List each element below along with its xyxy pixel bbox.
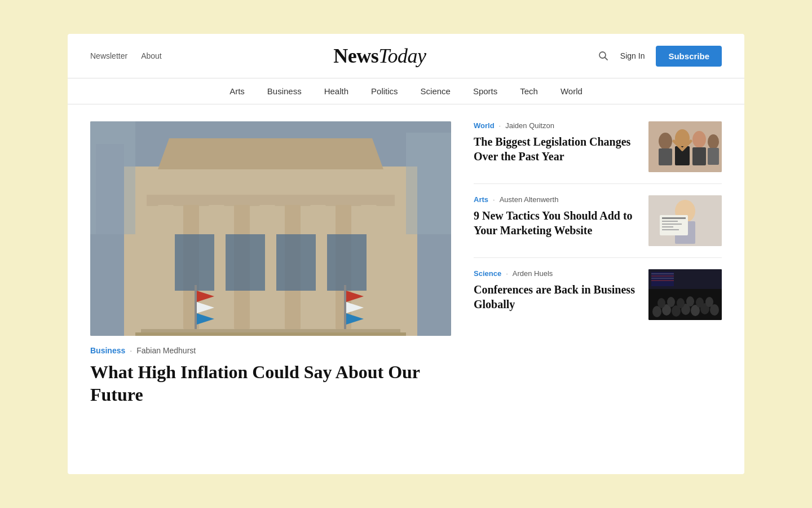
svg-point-62	[667, 297, 675, 307]
nav-sports[interactable]: Sports	[473, 86, 497, 96]
svg-rect-17	[226, 234, 265, 291]
header-right-actions: Sign In Subscribe	[598, 46, 722, 67]
svg-rect-19	[327, 234, 367, 291]
featured-category[interactable]: Business	[90, 346, 125, 355]
featured-author: Fabian Medhurst	[136, 346, 196, 355]
svg-rect-35	[659, 148, 672, 165]
featured-meta: Business · Fabian Medhurst	[90, 346, 451, 355]
subscribe-button[interactable]: Subscribe	[656, 46, 722, 67]
logo-italic: Today	[378, 45, 426, 67]
svg-point-66	[705, 297, 713, 307]
svg-rect-20	[195, 285, 197, 336]
svg-rect-6	[147, 195, 395, 206]
side-article-2-category[interactable]: Arts	[474, 195, 488, 204]
svg-rect-16	[175, 234, 214, 291]
search-icon	[598, 50, 609, 62]
side-article-3: Science · Arden Huels Conferences are Ba…	[474, 258, 722, 331]
nav-science[interactable]: Science	[421, 86, 451, 96]
main-content: Business · Fabian Medhurst What High Inf…	[68, 104, 744, 423]
nav-business[interactable]: Business	[267, 86, 302, 96]
svg-point-63	[677, 298, 685, 308]
svg-point-64	[686, 296, 694, 306]
featured-article: Business · Fabian Medhurst What High Inf…	[90, 121, 451, 406]
side-article-3-category[interactable]: Science	[474, 269, 501, 278]
side-article-1: World · Jaiden Quitzon The Biggest Legis…	[474, 121, 722, 184]
svg-rect-24	[344, 285, 346, 336]
svg-point-34	[659, 133, 672, 150]
svg-rect-51	[662, 226, 673, 227]
side-article-2-author: Austen Altenwerth	[500, 195, 559, 204]
side-article-2-title[interactable]: 9 New Tactics You Should Add to Your Mar…	[474, 208, 639, 238]
signin-link[interactable]: Sign In	[620, 51, 645, 60]
side-article-1-title[interactable]: The Biggest Legislation Changes Over the…	[474, 134, 639, 164]
side-article-3-image	[648, 269, 722, 320]
side-article-1-thumb	[648, 121, 722, 172]
side-article-1-image	[648, 121, 722, 172]
side-article-1-text: World · Jaiden Quitzon The Biggest Legis…	[474, 121, 639, 164]
svg-point-65	[696, 297, 704, 308]
svg-point-40	[708, 134, 719, 149]
svg-rect-68	[651, 272, 674, 286]
side-article-1-author: Jaiden Quitzon	[505, 121, 554, 130]
svg-point-38	[692, 131, 706, 148]
about-link[interactable]: About	[141, 51, 162, 60]
svg-rect-32	[96, 144, 124, 234]
newspaper-container: Newsletter About NewsToday Sign In Subsc…	[68, 34, 744, 474]
svg-rect-41	[708, 148, 719, 165]
site-logo: NewsToday	[333, 44, 426, 68]
nav-tech[interactable]: Tech	[520, 86, 538, 96]
logo-regular: News	[333, 45, 378, 67]
main-nav: Arts Business Health Politics Science Sp…	[68, 78, 744, 104]
featured-dot: ·	[130, 346, 132, 355]
side-article-2-image	[648, 195, 722, 246]
svg-rect-31	[406, 133, 451, 234]
site-header: Newsletter About NewsToday Sign In Subsc…	[68, 34, 744, 78]
svg-rect-7	[158, 205, 174, 329]
svg-marker-5	[158, 138, 383, 169]
nav-world[interactable]: World	[561, 86, 582, 96]
search-button[interactable]	[598, 50, 609, 62]
building-illustration	[90, 121, 451, 336]
side-articles: World · Jaiden Quitzon The Biggest Legis…	[474, 121, 722, 406]
svg-point-61	[657, 298, 665, 308]
header-left-nav: Newsletter About	[90, 51, 162, 60]
nav-health[interactable]: Health	[324, 86, 348, 96]
side-article-2-thumb	[648, 195, 722, 246]
side-article-3-title[interactable]: Conferences are Back in Business Globall…	[474, 282, 639, 312]
featured-title[interactable]: What High Inflation Could Say About Our …	[90, 361, 451, 406]
side-article-1-meta: World · Jaiden Quitzon	[474, 121, 639, 130]
side-article-3-thumb	[648, 269, 722, 320]
svg-rect-18	[276, 234, 316, 291]
side-article-3-text: Science · Arden Huels Conferences are Ba…	[474, 269, 639, 312]
side-article-1-category[interactable]: World	[474, 121, 495, 130]
nav-politics[interactable]: Politics	[371, 86, 398, 96]
nav-arts[interactable]: Arts	[230, 86, 245, 96]
side-article-3-author: Arden Huels	[513, 269, 553, 278]
featured-image	[90, 121, 451, 336]
svg-rect-52	[662, 229, 679, 230]
svg-line-1	[604, 58, 607, 60]
side-article-2: Arts · Austen Altenwerth 9 New Tactics Y…	[474, 184, 722, 258]
svg-rect-29	[135, 332, 406, 336]
svg-rect-49	[662, 221, 678, 222]
svg-rect-48	[662, 217, 686, 219]
side-article-2-text: Arts · Austen Altenwerth 9 New Tactics Y…	[474, 195, 639, 238]
side-article-3-meta: Science · Arden Huels	[474, 269, 639, 278]
newsletter-link[interactable]: Newsletter	[90, 51, 127, 60]
side-article-2-meta: Arts · Austen Altenwerth	[474, 195, 639, 204]
svg-rect-39	[692, 147, 706, 165]
svg-rect-50	[662, 224, 682, 225]
